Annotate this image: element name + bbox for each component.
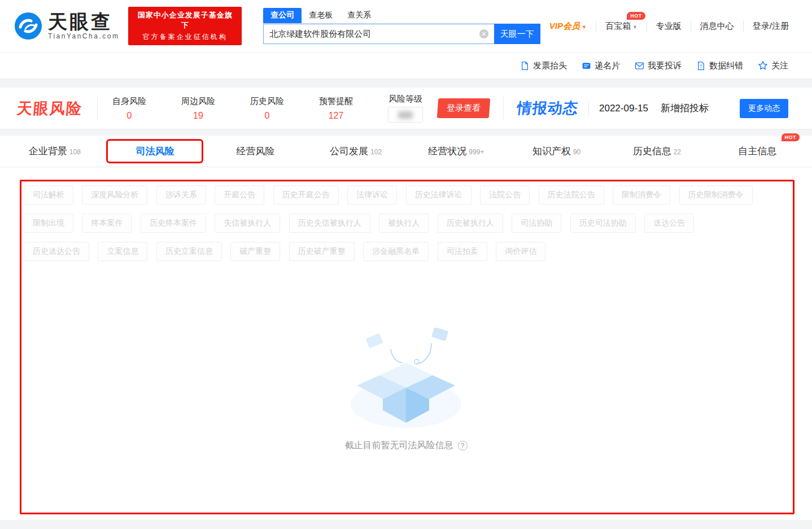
data-correction-link[interactable]: 数据纠错 bbox=[696, 60, 743, 71]
filter-chip[interactable]: 历史破产重整 bbox=[289, 242, 355, 261]
risk-summary-bar: 天眼风险 自身风险 0 周边风险 19 历史风险 0 预警提醒 127 风险等级… bbox=[0, 88, 812, 129]
company-tabbar: 企业背景108 司法风险 经营风险 公司发展102 经营状况999+ 知识产权9… bbox=[0, 136, 812, 167]
filter-chip[interactable]: 司法拍卖 bbox=[438, 242, 487, 261]
nav-toolbox[interactable]: HOT 百宝箱▼ bbox=[596, 21, 647, 32]
judicial-risk-panel: 司法解析 深度风险分析 涉诉关系 开庭公告 历史开庭公告 法律诉讼 历史法律诉讼… bbox=[0, 167, 812, 520]
company-toolbar: 发票抬头 递名片 我要投诉 数据纠错 关注 bbox=[0, 53, 812, 79]
follow-link[interactable]: 关注 bbox=[758, 60, 788, 71]
complaint-link[interactable]: 我要投诉 bbox=[635, 60, 682, 71]
filter-chip[interactable]: 被执行人 bbox=[379, 214, 429, 233]
risk-level: 风险等级 bbox=[388, 94, 423, 123]
nav-login-register[interactable]: 登录/注册 bbox=[743, 21, 798, 32]
tianyancha-logo-icon bbox=[14, 12, 42, 40]
tab-judicial-risk[interactable]: 司法风险 bbox=[105, 145, 206, 158]
filter-chip[interactable]: 历史司法协助 bbox=[570, 214, 636, 233]
news-date: 2022-09-15 bbox=[599, 103, 648, 114]
risk-level-blurred-value bbox=[388, 107, 423, 123]
chip-row-1: 司法解析 深度风险分析 涉诉关系 开庭公告 历史开庭公告 法律诉讼 历史法律诉讼… bbox=[24, 185, 789, 205]
tab-company-development[interactable]: 公司发展102 bbox=[305, 145, 406, 158]
hot-badge: HOT bbox=[627, 12, 645, 20]
intel-news-logo: 情报动态 bbox=[516, 98, 579, 118]
risk-stat-warning[interactable]: 预警提醒 127 bbox=[319, 96, 353, 121]
section-gap bbox=[0, 79, 812, 88]
divider bbox=[588, 101, 589, 116]
filter-chip[interactable]: 历史终本案件 bbox=[141, 214, 206, 233]
page-background bbox=[0, 520, 812, 529]
filter-chip[interactable]: 法律诉讼 bbox=[347, 185, 397, 205]
search-tabs: 查公司 查老板 查关系 bbox=[263, 8, 540, 24]
search-input-wrap: ✕ bbox=[263, 24, 494, 44]
filter-chip[interactable]: 限制消费令 bbox=[613, 185, 670, 205]
filter-chip[interactable]: 失信被执行人 bbox=[215, 214, 280, 233]
gov-certification-badge: 国家中小企业发展子基金旗下 官方备案企业征信机构 bbox=[128, 7, 242, 45]
logo-title: 天眼查 bbox=[48, 12, 119, 31]
filter-chip[interactable]: 终本案件 bbox=[82, 214, 132, 233]
chip-row-3: 历史送达公告 立案信息 历史立案信息 破产重整 历史破产重整 涉金融黑名单 司法… bbox=[24, 242, 789, 261]
search-input[interactable] bbox=[269, 29, 479, 39]
empty-message: 截止目前暂无司法风险信息 bbox=[345, 440, 453, 452]
tianyan-risk-logo: 天眼风险 bbox=[16, 98, 83, 119]
news-item-link[interactable]: 新增招投标 bbox=[661, 102, 709, 115]
hot-badge: HOT bbox=[782, 133, 800, 141]
filter-chip[interactable]: 深度风险分析 bbox=[82, 185, 147, 205]
empty-box-illustration bbox=[347, 328, 465, 428]
caret-down-icon: ▼ bbox=[632, 24, 638, 30]
clear-search-icon[interactable]: ✕ bbox=[479, 29, 488, 38]
filter-chip[interactable]: 破产重整 bbox=[230, 242, 280, 261]
empty-state: 截止目前暂无司法风险信息 ? bbox=[0, 328, 812, 452]
caret-down-icon: ▼ bbox=[582, 24, 587, 30]
filter-chip[interactable]: 司法协助 bbox=[512, 214, 561, 233]
filter-chip[interactable]: 送达公告 bbox=[644, 214, 694, 233]
invoice-title-link[interactable]: 发票抬头 bbox=[520, 60, 567, 71]
search-tab-relation[interactable]: 查关系 bbox=[340, 8, 378, 23]
tianyancha-logo[interactable]: 天眼查 TianYanCha.com bbox=[14, 12, 119, 40]
filter-chip[interactable]: 开庭公告 bbox=[215, 185, 264, 205]
filter-chip[interactable]: 涉金融黑名单 bbox=[363, 242, 429, 261]
login-to-view-button[interactable]: 登录查看 bbox=[437, 98, 490, 118]
filter-chip[interactable]: 司法解析 bbox=[24, 185, 73, 205]
filter-chip[interactable]: 立案信息 bbox=[98, 242, 147, 261]
tab-self-published-info[interactable]: 自主信息HOT bbox=[707, 145, 807, 158]
tab-operation-risk[interactable]: 经营风险 bbox=[206, 145, 306, 158]
invoice-icon bbox=[520, 61, 530, 71]
filter-chip[interactable]: 历史法律诉讼 bbox=[406, 185, 472, 205]
nav-pro[interactable]: 专业版 bbox=[647, 21, 691, 32]
search-block: 查公司 查老板 查关系 ✕ 天眼一下 bbox=[263, 8, 540, 44]
section-gap bbox=[0, 129, 812, 136]
top-nav: VIP会员▼ HOT 百宝箱▼ 专业版 消息中心 登录/注册 bbox=[540, 21, 798, 32]
tab-intellectual-property[interactable]: 知识产权90 bbox=[507, 145, 607, 158]
help-icon[interactable]: ? bbox=[458, 441, 468, 450]
search-button[interactable]: 天眼一下 bbox=[494, 24, 540, 44]
card-icon bbox=[582, 61, 591, 71]
filter-chip[interactable]: 历史限制消费令 bbox=[679, 185, 753, 205]
filter-chip[interactable]: 历史开庭公告 bbox=[273, 185, 339, 205]
chip-row-2: 限制出境 终本案件 历史终本案件 失信被执行人 历史失信被执行人 被执行人 历史… bbox=[24, 214, 789, 233]
filter-chip[interactable]: 询价评估 bbox=[496, 242, 545, 261]
search-tab-company[interactable]: 查公司 bbox=[263, 8, 302, 23]
more-news-button[interactable]: 更多动态 bbox=[740, 99, 788, 118]
logo-subtitle: TianYanCha.com bbox=[48, 32, 119, 40]
gov-badge-line2: 官方备案企业征信机构 bbox=[134, 32, 236, 42]
filter-chip[interactable]: 限制出境 bbox=[24, 214, 73, 233]
filter-chip[interactable]: 历史被执行人 bbox=[438, 214, 503, 233]
filter-chip[interactable]: 历史法院公告 bbox=[539, 185, 604, 205]
filter-chip[interactable]: 历史失信被执行人 bbox=[289, 214, 370, 233]
filter-chip[interactable]: 历史送达公告 bbox=[24, 242, 89, 261]
search-tab-boss[interactable]: 查老板 bbox=[302, 8, 340, 23]
filter-chip[interactable]: 法院公告 bbox=[480, 185, 530, 205]
star-icon bbox=[758, 60, 768, 71]
header: 天眼查 TianYanCha.com 国家中小企业发展子基金旗下 官方备案企业征… bbox=[0, 0, 812, 53]
gov-badge-line1: 国家中小企业发展子基金旗下 bbox=[134, 10, 236, 31]
risk-stat-surrounding[interactable]: 周边风险 19 bbox=[181, 96, 215, 121]
business-card-link[interactable]: 递名片 bbox=[582, 60, 620, 71]
divider bbox=[97, 97, 98, 120]
nav-vip[interactable]: VIP会员▼ bbox=[540, 21, 596, 32]
tab-operating-status[interactable]: 经营状况999+ bbox=[406, 145, 507, 158]
risk-stat-self[interactable]: 自身风险 0 bbox=[112, 96, 146, 121]
tab-background[interactable]: 企业背景108 bbox=[5, 145, 105, 158]
nav-message-center[interactable]: 消息中心 bbox=[691, 21, 743, 32]
filter-chip[interactable]: 涉诉关系 bbox=[156, 185, 206, 205]
tab-history-info[interactable]: 历史信息22 bbox=[607, 145, 708, 158]
risk-stat-history[interactable]: 历史风险 0 bbox=[250, 96, 284, 121]
filter-chip[interactable]: 历史立案信息 bbox=[156, 242, 222, 261]
